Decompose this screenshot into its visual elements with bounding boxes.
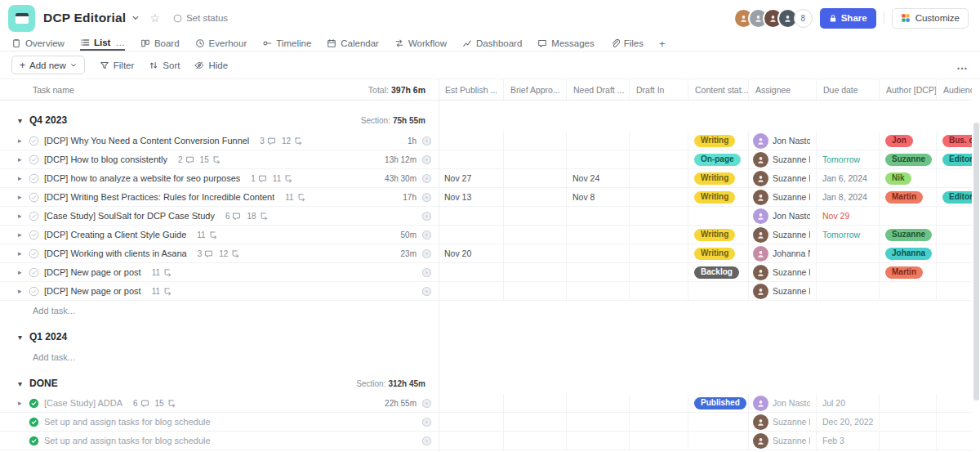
- column-header-7[interactable]: Author [DCP]: [880, 79, 937, 100]
- status-pill[interactable]: On-page: [694, 154, 741, 166]
- cell-brief[interactable]: [504, 188, 567, 206]
- assignee-avatar[interactable]: [753, 396, 768, 411]
- cell-due[interactable]: Tomorrow: [817, 226, 880, 244]
- chevron-down-icon[interactable]: [131, 14, 140, 22]
- section-name[interactable]: DONE: [29, 378, 58, 389]
- subtask-icon[interactable]: [293, 136, 302, 145]
- section-name[interactable]: Q1 2024: [29, 331, 67, 342]
- subtask-count[interactable]: 11: [197, 230, 205, 239]
- expand-caret-icon[interactable]: ▸: [18, 399, 26, 407]
- cell-author[interactable]: Jon: [880, 132, 937, 150]
- subtask-icon[interactable]: [208, 230, 217, 239]
- author-pill[interactable]: Suzanne: [885, 154, 932, 166]
- tab-[interactable]: +: [659, 36, 666, 51]
- subtask-icon[interactable]: [167, 399, 176, 408]
- comment-count[interactable]: 6: [133, 399, 138, 408]
- cell-need_draft[interactable]: [567, 432, 630, 450]
- status-check-icon[interactable]: [29, 248, 39, 259]
- subtask-icon[interactable]: [212, 155, 220, 164]
- more-options-icon[interactable]: …: [956, 59, 969, 72]
- comment-count[interactable]: 6: [225, 212, 230, 221]
- cell-author[interactable]: Nik: [880, 169, 937, 187]
- share-button[interactable]: Share: [820, 8, 876, 29]
- status-pill[interactable]: Published: [694, 397, 746, 409]
- cell-author[interactable]: Johanna: [880, 244, 937, 262]
- tab-files[interactable]: Files: [610, 36, 644, 51]
- status-check-icon[interactable]: [29, 211, 39, 222]
- expand-caret-icon[interactable]: ▸: [18, 136, 26, 145]
- cell-draft_in[interactable]: [630, 188, 688, 206]
- caret-down-icon[interactable]: ▾: [18, 333, 22, 342]
- cell-author[interactable]: [880, 432, 937, 450]
- cell-status[interactable]: On-page: [688, 150, 749, 168]
- cell-assignee[interactable]: Suzanne Robb: [749, 169, 817, 187]
- cell-assignee[interactable]: Suzanne Robb: [749, 150, 817, 168]
- cell-assignee[interactable]: Suzanne Robb: [749, 188, 817, 206]
- cell-brief[interactable]: [504, 282, 567, 300]
- expand-caret-icon[interactable]: ▸: [18, 249, 26, 257]
- status-pill[interactable]: Writing: [694, 135, 735, 147]
- caret-down-icon[interactable]: ▾: [18, 379, 22, 388]
- subtask-count[interactable]: 12: [219, 249, 228, 258]
- task-name[interactable]: Set up and assign tasks for blog schedul…: [44, 417, 211, 427]
- caret-down-icon[interactable]: ▾: [18, 116, 22, 125]
- task-name[interactable]: [DCP] Working with clients in Asana: [44, 248, 187, 258]
- cell-est_publish[interactable]: Nov 13: [439, 188, 504, 206]
- timer-icon[interactable]: [421, 211, 432, 222]
- cell-brief[interactable]: [504, 413, 567, 431]
- timer-icon[interactable]: [421, 248, 432, 259]
- assignee-avatar[interactable]: [753, 208, 768, 224]
- subtask-count[interactable]: 18: [247, 212, 256, 221]
- cell-assignee[interactable]: Suzanne Robb: [749, 226, 817, 244]
- cell-due[interactable]: Jan 6, 2024: [817, 169, 880, 187]
- status-check-icon[interactable]: [29, 436, 39, 446]
- status-check-icon[interactable]: [29, 154, 39, 165]
- cell-due[interactable]: Nov 29: [817, 207, 880, 225]
- subtask-count[interactable]: 11: [152, 287, 160, 296]
- comment-icon[interactable]: [267, 136, 276, 145]
- status-check-icon[interactable]: [29, 173, 39, 184]
- cell-need_draft[interactable]: [567, 207, 630, 225]
- cell-need_draft[interactable]: [567, 244, 630, 262]
- status-check-icon[interactable]: [29, 417, 39, 427]
- tab-everhour[interactable]: Everhour: [195, 36, 247, 51]
- subtask-icon[interactable]: [163, 287, 172, 296]
- cell-due[interactable]: [817, 132, 880, 150]
- set-status-button[interactable]: Set status: [173, 13, 228, 23]
- column-header-6[interactable]: Due date: [817, 79, 880, 100]
- cell-need_draft[interactable]: [567, 394, 630, 412]
- subtask-count[interactable]: 15: [155, 399, 164, 408]
- author-pill[interactable]: Martin: [885, 266, 923, 279]
- author-pill[interactable]: Suzanne: [885, 229, 932, 241]
- cell-assignee[interactable]: Suzanne Robb: [749, 282, 817, 300]
- tab-board[interactable]: Board: [140, 36, 180, 51]
- subtask-count[interactable]: 11: [152, 268, 160, 277]
- subtask-icon[interactable]: [283, 174, 292, 183]
- cell-assignee[interactable]: Suzanne Robb: [749, 432, 817, 450]
- assignee-avatar[interactable]: [753, 152, 768, 168]
- add-task-row[interactable]: Add task...: [0, 301, 439, 320]
- cell-est_publish[interactable]: [439, 207, 504, 225]
- tab-calendar[interactable]: Calendar: [327, 36, 379, 51]
- cell-need_draft[interactable]: [567, 132, 630, 150]
- assignee-avatar[interactable]: [753, 246, 768, 262]
- comment-count[interactable]: 1: [251, 174, 256, 183]
- cell-due[interactable]: Jan 8, 2024: [817, 188, 880, 206]
- comment-icon[interactable]: [204, 249, 213, 258]
- status-check-icon[interactable]: [29, 267, 39, 278]
- timer-icon[interactable]: [421, 436, 432, 446]
- assignee-avatar[interactable]: [753, 265, 768, 280]
- cell-draft_in[interactable]: [630, 432, 688, 450]
- tab-timeline[interactable]: Timeline: [262, 36, 311, 51]
- cell-brief[interactable]: [504, 244, 567, 262]
- timer-icon[interactable]: [421, 192, 432, 203]
- tab-workflow[interactable]: Workflow: [394, 36, 447, 51]
- cell-draft_in[interactable]: [630, 226, 688, 244]
- cell-status[interactable]: Writing: [688, 244, 749, 262]
- cell-need_draft[interactable]: [567, 263, 630, 281]
- status-check-icon[interactable]: [29, 192, 39, 203]
- timer-icon[interactable]: [421, 286, 432, 297]
- expand-caret-icon[interactable]: ▸: [18, 155, 26, 163]
- subtask-count[interactable]: 15: [200, 155, 209, 164]
- cell-status[interactable]: [688, 282, 749, 300]
